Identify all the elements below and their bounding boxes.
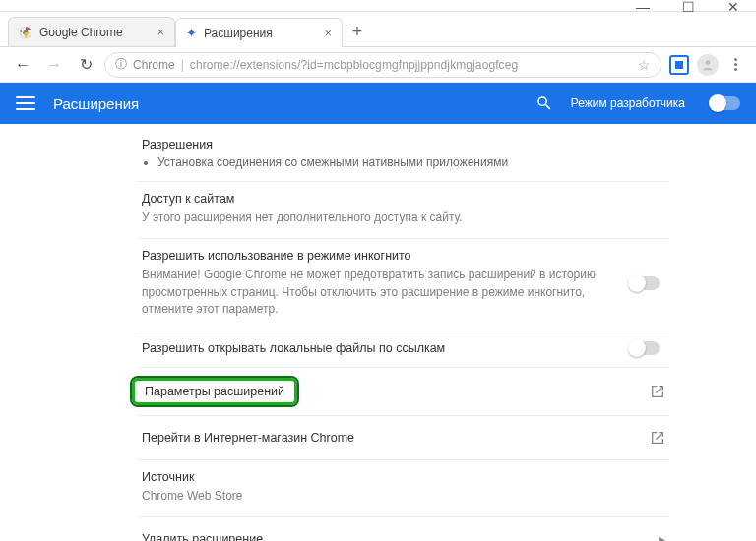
open-external-icon [650,430,665,446]
dev-mode-label: Режим разработчика [571,96,685,110]
profile-avatar[interactable] [697,54,719,76]
web-store-label: Перейти в Интернет-магазин Chrome [142,431,354,445]
extension-options-label: Параметры расширений [132,378,297,405]
menu-button[interactable] [724,54,746,76]
incognito-toggle[interactable] [630,276,660,290]
extension-icon: ✦ [186,26,197,40]
toolbar-row: ← → ↻ ⓘ Chrome | chrome://extensions/?id… [0,47,756,83]
incognito-section: Разрешить использование в режиме инкогни… [138,239,669,331]
extension-options-row[interactable]: Параметры расширений [138,368,669,416]
dev-mode-toggle[interactable] [711,96,740,110]
tab-strip: Google Chrome × ✦ Расширения × + [0,12,756,47]
web-store-row[interactable]: Перейти в Интернет-магазин Chrome [138,416,669,460]
site-access-desc: У этого расширения нет дополнительного д… [142,210,665,226]
source-section: Источник Chrome Web Store [138,460,669,517]
tab-google-chrome[interactable]: Google Chrome × [8,17,175,46]
new-tab-button[interactable]: + [343,17,372,46]
close-tab-icon[interactable]: × [157,25,164,39]
page-title: Расширения [53,95,518,112]
permissions-item: Установка соединения со смежными нативны… [158,155,665,169]
search-icon[interactable] [536,94,553,112]
incognito-desc: Внимание! Google Chrome не может предотв… [142,267,630,318]
open-external-icon [650,384,665,399]
remove-extension-label: Удалить расширение [142,532,263,541]
settings-sheet: Разрешения Установка соединения со смежн… [138,128,669,541]
url-scheme: Chrome [133,58,175,72]
source-value: Chrome Web Store [142,488,665,505]
source-title: Источник [142,470,665,484]
chevron-right-icon: ▸ [659,531,665,541]
tab-title: Google Chrome [39,26,150,39]
incognito-title: Разрешить использование в режиме инкогни… [142,249,630,263]
file-urls-toggle[interactable] [630,341,660,355]
site-access-section: Доступ к сайтам У этого расширения нет д… [138,182,669,239]
window-title-bar: — ☐ ✕ [0,0,756,12]
menu-icon[interactable] [16,96,35,110]
svg-point-4 [706,60,711,65]
site-access-title: Доступ к сайтам [142,192,665,206]
permissions-title: Разрешения [142,138,665,151]
svg-rect-3 [675,61,683,69]
reload-button[interactable]: ↻ [73,52,98,78]
extensions-toolbar: Расширения Режим разработчика [0,83,756,124]
bookmark-icon[interactable]: ☆ [638,57,651,73]
remove-extension-row[interactable]: Удалить расширение ▸ [138,517,669,541]
tab-extensions[interactable]: ✦ Расширения × [175,18,343,47]
content-area: Разрешения Установка соединения со смежн… [0,124,756,541]
file-urls-section: Разрешить открывать локальные файлы по с… [138,331,669,368]
file-urls-title: Разрешить открывать локальные файлы по с… [142,341,630,355]
chrome-icon [19,26,32,39]
url-text: chrome://extensions/?id=mcbpblocgmgfnpjj… [190,58,518,72]
forward-button[interactable]: → [41,52,67,78]
site-info-icon[interactable]: ⓘ [115,56,127,73]
close-tab-icon[interactable]: × [324,26,332,40]
back-button[interactable]: ← [10,52,35,78]
extension-toolbar-icon[interactable] [667,53,691,77]
permissions-section: Разрешения Установка соединения со смежн… [138,128,669,182]
address-bar[interactable]: ⓘ Chrome | chrome://extensions/?id=mcbpb… [104,52,662,78]
tab-title: Расширения [204,27,317,40]
